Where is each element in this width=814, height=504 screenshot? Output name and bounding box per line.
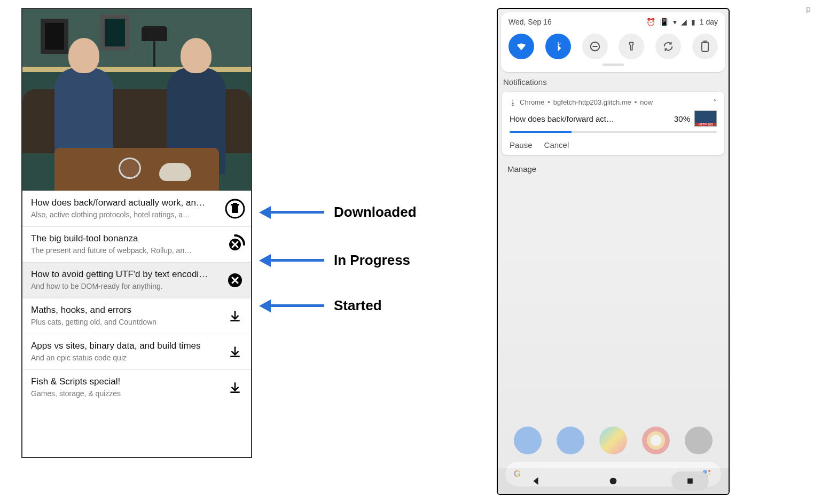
alarm-icon: ⏰ xyxy=(646,18,655,26)
qs-wifi[interactable] xyxy=(508,34,534,59)
podcast-item-1[interactable]: The big build-tool bonanza The present a… xyxy=(22,226,251,262)
cancel-progress-icon[interactable] xyxy=(224,234,246,255)
podcast-app-phone: How does back/forward actually work, an…… xyxy=(21,8,252,458)
podcast-title: Fish & Scripts special! xyxy=(31,376,221,387)
qs-battery-saver[interactable] xyxy=(692,34,718,59)
notification-source: bgfetch-http203.glitch.me xyxy=(553,98,631,106)
notification-time: now xyxy=(640,98,653,106)
download-icon[interactable] xyxy=(224,341,246,363)
battery-icon: ▮ xyxy=(691,18,695,26)
podcast-item-3[interactable]: Maths, hooks, and errors Plus cats, gett… xyxy=(22,298,251,334)
status-icons: ⏰ 📳 ▾ ◢ ▮ 1 day xyxy=(646,18,718,26)
hero-image xyxy=(22,9,251,191)
podcast-item-4[interactable]: Apps vs sites, binary data, and build ti… xyxy=(22,334,251,369)
podcast-subtitle: Games, storage, & quizzes xyxy=(31,389,221,398)
chevron-up-icon[interactable]: ˄ xyxy=(713,98,717,106)
download-icon[interactable] xyxy=(224,377,246,398)
annotation-downloaded: Downloaded xyxy=(259,204,417,220)
home-screen-background: G xyxy=(498,239,729,494)
podcast-title: Apps vs sites, binary data, and build ti… xyxy=(31,341,221,351)
svg-rect-15 xyxy=(687,478,693,484)
phone-app-icon[interactable] xyxy=(514,427,542,454)
podcast-subtitle: And how to be DOM-ready for anything. xyxy=(31,282,221,290)
svg-rect-1 xyxy=(232,206,238,213)
chrome-app-icon[interactable] xyxy=(642,427,670,454)
stray-character: p xyxy=(806,4,811,14)
nav-back[interactable] xyxy=(518,471,555,491)
shade-handle[interactable] xyxy=(602,64,624,66)
arrow-icon xyxy=(259,300,271,312)
download-notification[interactable]: ⭳ Chrome • bgfetch-http203.glitch.me • n… xyxy=(502,92,724,155)
annotation-label: In Progress xyxy=(334,252,410,269)
nav-home[interactable] xyxy=(594,471,632,491)
qs-autorotate[interactable] xyxy=(655,34,681,59)
arrow-icon xyxy=(259,254,271,267)
camera-app-icon[interactable] xyxy=(685,427,713,454)
battery-text: 1 day xyxy=(700,18,718,26)
notification-percent: 30% xyxy=(674,114,690,123)
podcast-title: How does back/forward actually work, an… xyxy=(31,198,221,208)
quick-settings-panel: Wed, Sep 16 ⏰ 📳 ▾ ◢ ▮ 1 day xyxy=(501,12,725,72)
messages-app-icon[interactable] xyxy=(557,427,584,454)
wifi-icon: ▾ xyxy=(673,18,677,26)
vibrate-icon: 📳 xyxy=(660,18,669,26)
notifications-header: Notifications xyxy=(503,77,723,86)
notification-thumbnail xyxy=(694,111,717,127)
podcast-subtitle: Also, active clothing protocols, hotel r… xyxy=(31,210,221,219)
delete-icon[interactable] xyxy=(224,198,246,219)
download-icon[interactable] xyxy=(224,305,246,327)
annotation-label: Downloaded xyxy=(334,204,417,220)
annotation-label: Started xyxy=(334,297,382,314)
svg-point-14 xyxy=(610,478,617,485)
android-phone: G Wed, Sep 16 ⏰ 📳 ▾ ◢ ▮ 1 day xyxy=(497,8,730,495)
podcast-subtitle: And an epic status code quiz xyxy=(31,353,221,362)
pause-button[interactable]: Pause xyxy=(510,140,533,149)
podcast-subtitle: Plus cats, getting old, and Countdown xyxy=(31,318,221,326)
app-dock xyxy=(498,427,729,454)
download-arrow-icon: ⭳ xyxy=(510,98,516,106)
play-store-icon[interactable] xyxy=(599,427,627,454)
cancel-icon[interactable] xyxy=(224,270,246,291)
nav-bar xyxy=(498,468,729,494)
notification-title: How does back/forward act… xyxy=(510,114,670,123)
podcast-item-5[interactable]: Fish & Scripts special! Games, storage, … xyxy=(22,369,251,405)
podcast-subtitle: The present and future of webpack, Rollu… xyxy=(31,246,221,255)
annotation-in-progress: In Progress xyxy=(259,252,410,269)
notification-app: Chrome xyxy=(520,98,544,106)
nav-recent[interactable] xyxy=(671,471,709,491)
annotation-started: Started xyxy=(259,297,382,314)
podcast-title: Maths, hooks, and errors xyxy=(31,305,221,316)
status-date: Wed, Sep 16 xyxy=(508,18,552,26)
progress-bar xyxy=(510,131,717,133)
svg-rect-12 xyxy=(702,42,708,51)
svg-rect-3 xyxy=(233,203,237,204)
qs-dnd[interactable] xyxy=(582,34,608,59)
manage-button[interactable]: Manage xyxy=(507,164,719,174)
arrow-icon xyxy=(259,206,271,219)
podcast-item-2[interactable]: How to avoid getting UTF'd by text encod… xyxy=(22,262,251,298)
podcast-title: How to avoid getting UTF'd by text encod… xyxy=(31,269,221,280)
podcast-title: The big build-tool bonanza xyxy=(31,233,221,244)
qs-bluetooth[interactable] xyxy=(545,34,571,59)
cell-signal-icon: ◢ xyxy=(681,18,687,26)
podcast-item-0[interactable]: How does back/forward actually work, an…… xyxy=(22,191,251,226)
qs-flashlight[interactable] xyxy=(619,34,644,59)
cancel-button[interactable]: Cancel xyxy=(544,140,569,149)
